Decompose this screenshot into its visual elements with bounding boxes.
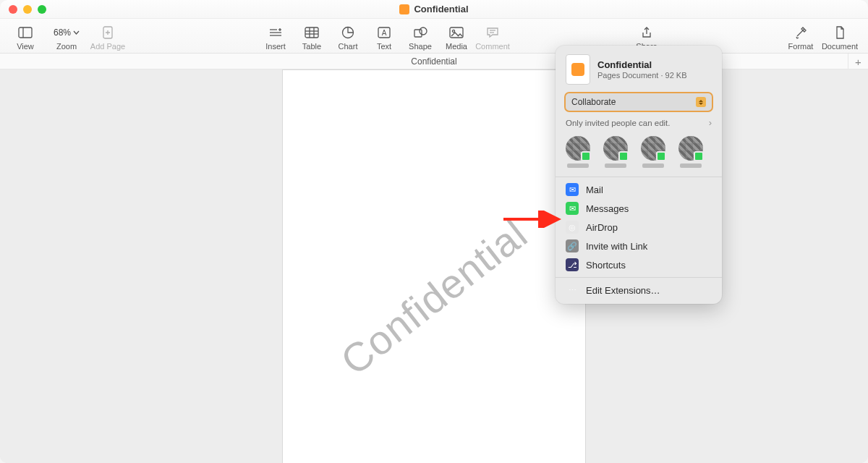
document-tab[interactable]: Confidential: [411, 56, 456, 67]
window-title-text: Confidential: [414, 4, 468, 14]
separator: [556, 177, 722, 177]
updown-chevron-icon: [696, 97, 706, 107]
share-popover: Confidential Pages Document · 92 KB Coll…: [556, 46, 722, 304]
app-window: Confidential View 68% Zoom: [0, 0, 868, 463]
add-page-button[interactable]: Add Page: [90, 22, 126, 51]
popover-header: Confidential Pages Document · 92 KB: [556, 53, 722, 92]
sidebar-icon: [18, 25, 33, 41]
pages-doc-icon: [566, 54, 590, 85]
titlebar: Confidential: [0, 0, 868, 19]
media-button[interactable]: Media: [438, 22, 475, 51]
share-messages[interactable]: ✉ Messages: [556, 199, 722, 218]
media-icon: [449, 25, 464, 41]
plus-icon: +: [855, 56, 861, 68]
avatar: [603, 136, 628, 161]
chart-icon: [341, 25, 354, 41]
chevron-down-icon: [73, 30, 80, 35]
table-icon: [305, 25, 319, 41]
add-page-icon: [102, 25, 114, 41]
svg-text:A: A: [382, 29, 387, 37]
person-2[interactable]: [603, 136, 628, 168]
maximize-window-button[interactable]: [38, 5, 46, 14]
chart-button[interactable]: Chart: [330, 22, 366, 51]
suggested-people: [556, 133, 722, 174]
zoom-button[interactable]: 68% Zoom: [43, 22, 90, 51]
comment-icon: [486, 25, 499, 41]
format-button[interactable]: Format: [783, 22, 819, 51]
link-icon: 🔗: [566, 239, 579, 252]
watermark: Confidential: [332, 211, 537, 385]
avatar: [641, 136, 665, 161]
tabbar: Confidential +: [0, 54, 868, 69]
messages-icon: ✉: [566, 202, 579, 215]
svg-rect-10: [305, 27, 318, 38]
zoom-value: 68%: [54, 27, 80, 38]
shape-icon: [413, 25, 427, 41]
edit-extensions[interactable]: ⋯ Edit Extensions…: [556, 281, 722, 300]
extensions-icon: ⋯: [566, 284, 579, 297]
svg-point-21: [452, 30, 454, 32]
share-icon: [641, 25, 652, 41]
avatar: [678, 136, 703, 161]
person-name: [642, 163, 664, 168]
insert-button[interactable]: Insert: [258, 22, 294, 51]
annotation-arrow: [502, 211, 567, 228]
share-shortcuts[interactable]: ⎇ Shortcuts: [556, 255, 722, 274]
format-icon: [794, 25, 807, 41]
window-controls: [9, 5, 46, 14]
share-mail[interactable]: ✉ Mail: [556, 180, 722, 199]
comment-button[interactable]: Comment: [475, 22, 511, 51]
shape-button[interactable]: Shape: [402, 22, 438, 51]
person-1[interactable]: [566, 136, 590, 168]
toolbar: View 68% Zoom Add Page: [0, 19, 868, 54]
share-mode-label: Collaborate: [571, 97, 616, 107]
avatar: [566, 136, 590, 161]
text-button[interactable]: A Text: [366, 22, 402, 51]
document-button[interactable]: Document: [819, 22, 861, 51]
document-page[interactable]: Confidential: [282, 69, 586, 463]
new-tab-button[interactable]: +: [848, 54, 868, 69]
shortcuts-icon: ⎇: [566, 258, 579, 271]
mail-icon: ✉: [566, 183, 579, 196]
text-icon: A: [378, 25, 391, 41]
airdrop-icon: ◎: [566, 221, 579, 234]
share-mode-select[interactable]: Collaborate: [564, 92, 713, 112]
permissions-row[interactable]: Only invited people can edit. ›: [556, 112, 722, 133]
person-3[interactable]: [641, 136, 665, 168]
person-name: [567, 163, 589, 168]
popover-title: Confidential: [597, 59, 687, 70]
table-button[interactable]: Table: [294, 22, 330, 51]
person-name: [605, 163, 626, 168]
share-airdrop[interactable]: ◎ AirDrop: [556, 218, 722, 237]
window-title: Confidential: [399, 4, 468, 14]
insert-icon: [268, 25, 283, 41]
separator: [556, 277, 722, 278]
person-4[interactable]: [678, 136, 703, 168]
chevron-right-icon: ›: [709, 117, 712, 128]
pages-doc-icon: [399, 4, 409, 14]
svg-rect-0: [19, 27, 32, 38]
permissions-label: Only invited people can edit.: [566, 119, 670, 127]
document-icon: [835, 25, 845, 41]
close-window-button[interactable]: [9, 5, 17, 14]
popover-subtitle: Pages Document · 92 KB: [597, 71, 687, 80]
minimize-window-button[interactable]: [23, 5, 32, 14]
person-name: [680, 163, 702, 168]
svg-point-19: [420, 27, 427, 35]
share-invite-link[interactable]: 🔗 Invite with Link: [556, 237, 722, 255]
canvas[interactable]: Confidential: [0, 69, 868, 463]
view-button[interactable]: View: [7, 22, 43, 51]
